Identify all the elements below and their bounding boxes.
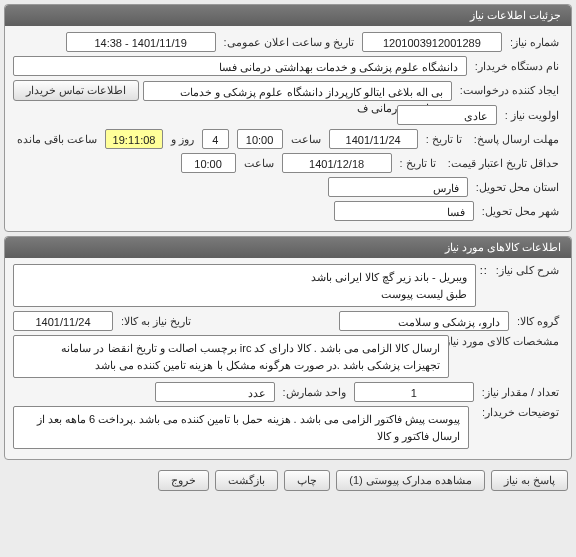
to-date-label-2: تا تاریخ : <box>396 157 440 170</box>
province-field: فارس <box>328 177 468 197</box>
group-field: دارو، پزشکی و سلامت <box>339 311 509 331</box>
reply-button[interactable]: پاسخ به نیاز <box>491 470 568 491</box>
creator-field: بی اله بلاغی ایتالو کارپرداز دانشگاه علو… <box>143 81 452 101</box>
deadline-label: مهلت ارسال پاسخ: <box>470 133 563 146</box>
panel2-body: شرح کلی نیاز: :: ویبریل - باند زیر گچ کا… <box>5 258 571 459</box>
unit-field: عدد <box>155 382 275 402</box>
contact-buyer-button[interactable]: اطلاعات تماس خریدار <box>13 80 139 101</box>
deadline-time-field: 10:00 <box>237 129 283 149</box>
group-label: گروه کالا: <box>513 315 563 328</box>
priority-field: عادی <box>397 105 497 125</box>
row-deadline: مهلت ارسال پاسخ: تا تاریخ : 1401/11/24 س… <box>13 129 563 149</box>
price-date-field: 1401/12/18 <box>282 153 392 173</box>
print-button[interactable]: چاپ <box>284 470 330 491</box>
goods-info-panel: اطلاعات کالاهای مورد نیاز شرح کلی نیاز: … <box>4 236 572 460</box>
city-field: فسا <box>334 201 474 221</box>
desc-label: شرح کلی نیاز: <box>492 264 563 277</box>
province-label: استان محل تحویل: <box>472 181 563 194</box>
days-field: 4 <box>202 129 229 149</box>
price-time-field: 10:00 <box>181 153 236 173</box>
panel2-title: اطلاعات کالاهای مورد نیاز <box>5 237 571 258</box>
remaining-label: ساعت باقی مانده <box>13 133 101 146</box>
need-date-label: تاریخ نیاز به کالا: <box>117 315 195 328</box>
deadline-date-field: 1401/11/24 <box>329 129 418 149</box>
row-need-no: شماره نیاز: 1201003912001289 تاریخ و ساع… <box>13 32 563 52</box>
panel1-body: شماره نیاز: 1201003912001289 تاریخ و ساع… <box>5 26 571 231</box>
notes-label: توضیحات خریدار: <box>473 406 563 419</box>
to-date-label-1: تا تاریخ : <box>422 133 466 146</box>
time-label-2: ساعت <box>240 157 278 170</box>
days-label: روز و <box>167 133 198 146</box>
row-province: استان محل تحویل: فارس <box>13 177 563 197</box>
need-details-panel: جزئیات اطلاعات نیاز شماره نیاز: 12010039… <box>4 4 572 232</box>
back-button[interactable]: بازگشت <box>215 470 278 491</box>
spec-field: ارسال کالا الزامی می باشد . کالا دارای ک… <box>13 335 449 378</box>
creator-label: ایجاد کننده درخواست: <box>456 84 563 97</box>
need-date-field: 1401/11/24 <box>13 311 113 331</box>
row-desc: شرح کلی نیاز: :: ویبریل - باند زیر گچ کا… <box>13 264 563 307</box>
qty-label: تعداد / مقدار نیاز: <box>478 386 563 399</box>
price-valid-label: حداقل تاریخ اعتبار قیمت: <box>444 157 563 170</box>
view-attachments-button[interactable]: مشاهده مدارک پیوستی (1) <box>336 470 485 491</box>
row-qty: تعداد / مقدار نیاز: 1 واحد شمارش: عدد <box>13 382 563 402</box>
need-no-field: 1201003912001289 <box>362 32 502 52</box>
unit-label: واحد شمارش: <box>279 386 350 399</box>
row-group: گروه کالا: دارو، پزشکی و سلامت تاریخ نیا… <box>13 311 563 331</box>
countdown-field: 19:11:08 <box>105 129 163 149</box>
footer-bar: پاسخ به نیاز مشاهده مدارک پیوستی (1) چاپ… <box>0 464 576 497</box>
row-creator: ایجاد کننده درخواست: بی اله بلاغی ایتالو… <box>13 80 563 101</box>
desc-field: ویبریل - باند زیر گچ کالا ایرانی باشد طب… <box>13 264 476 307</box>
announce-field: 1401/11/19 - 14:38 <box>66 32 216 52</box>
org-field: دانشگاه علوم پزشکی و خدمات بهداشتی درمان… <box>13 56 467 76</box>
announce-label: تاریخ و ساعت اعلان عمومی: <box>220 36 358 49</box>
need-no-label: شماره نیاز: <box>506 36 563 49</box>
row-city: شهر محل تحویل: فسا <box>13 201 563 221</box>
panel1-title: جزئیات اطلاعات نیاز <box>5 5 571 26</box>
time-label-1: ساعت <box>287 133 325 146</box>
row-priority: اولویت نیاز : عادی <box>13 105 563 125</box>
row-spec: مشخصات کالای مورد نیاز: ارسال کالا الزام… <box>13 335 563 378</box>
org-label: نام دستگاه خریدار: <box>471 60 563 73</box>
row-notes: توضیحات خریدار: پیوست پیش فاکتور الزامی … <box>13 406 563 449</box>
spec-label: مشخصات کالای مورد نیاز: <box>453 335 563 348</box>
row-price-validity: حداقل تاریخ اعتبار قیمت: تا تاریخ : 1401… <box>13 153 563 173</box>
dots-icon: :: <box>480 264 488 276</box>
priority-label: اولویت نیاز : <box>501 109 563 122</box>
notes-field: پیوست پیش فاکتور الزامی می باشد . هزینه … <box>13 406 469 449</box>
row-org: نام دستگاه خریدار: دانشگاه علوم پزشکی و … <box>13 56 563 76</box>
city-label: شهر محل تحویل: <box>478 205 563 218</box>
qty-field: 1 <box>354 382 474 402</box>
exit-button[interactable]: خروج <box>158 470 209 491</box>
